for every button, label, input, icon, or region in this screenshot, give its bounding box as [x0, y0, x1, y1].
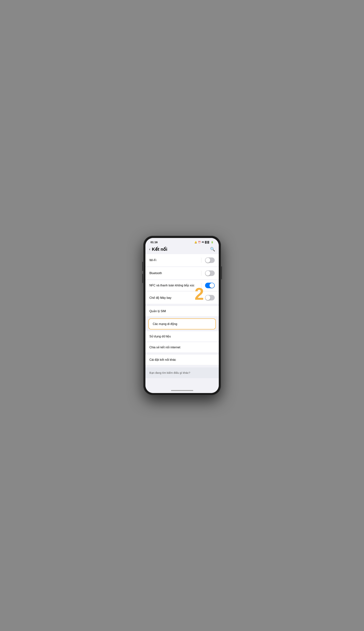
header-bar: ‹ Kết nối 🔍 [146, 245, 219, 254]
phone-screen: 01:16 🔔 ⏰ 4G ▌▌▌ 🔋 ‹ Kết nối 🔍 Wi-Fi [146, 238, 219, 393]
wifi-toggle-area [201, 258, 215, 263]
nfc-toggle-thumb [210, 283, 214, 288]
data-usage-label: Sử dụng dữ liệu [150, 335, 215, 338]
volume-up-button[interactable] [142, 262, 143, 271]
network-type-icon: 4G [202, 241, 204, 243]
bluetooth-label: Bluetooth [150, 272, 201, 275]
nfc-toggle-area [201, 283, 215, 288]
wifi-label: Wi-Fi [150, 259, 201, 262]
notification-icon: 🔔 [194, 241, 197, 244]
more-settings-label: Cài đặt kết nối khác [150, 358, 215, 361]
nfc-label: NFC và thanh toán không tiếp xúc [150, 283, 201, 288]
nfc-section: NFC và thanh toán không tiếp xúc [146, 280, 219, 291]
sim-label: Quản lý SIM [150, 309, 215, 313]
airplane-section: Chế độ Máy bay [146, 292, 219, 304]
bluetooth-item[interactable]: Bluetooth [146, 267, 219, 279]
status-icons: 🔔 ⏰ 4G ▌▌▌ 🔋 [194, 241, 214, 244]
hotspot-label: Chia sẻ kết nối internet [150, 346, 215, 349]
hotspot-item[interactable]: Chia sẻ kết nối internet [146, 342, 219, 352]
wifi-toggle-thumb [206, 258, 210, 263]
alarm-icon: ⏰ [198, 241, 201, 244]
airplane-toggle[interactable] [205, 295, 215, 300]
settings-list: Wi-Fi Bluetooth [146, 254, 219, 388]
more-settings-item[interactable]: Cài đặt kết nối khác [146, 355, 219, 365]
phone-frame: 01:16 🔔 ⏰ 4G ▌▌▌ 🔋 ‹ Kết nối 🔍 Wi-Fi [143, 236, 221, 395]
search-button[interactable]: 🔍 [210, 247, 215, 252]
bluetooth-toggle-area [201, 270, 215, 276]
bluetooth-section: Bluetooth [146, 267, 219, 279]
gap-3 [146, 365, 219, 367]
airplane-item[interactable]: Chế độ Máy bay [146, 292, 219, 304]
airplane-toggle-area [201, 295, 215, 300]
highlighted-wrapper: Các mạng di động [146, 317, 219, 331]
airplane-toggle-thumb [206, 295, 210, 300]
nfc-item[interactable]: NFC và thanh toán không tiếp xúc [146, 280, 219, 291]
mobile-networks-highlighted: Các mạng di động [148, 318, 216, 329]
status-bar: 01:16 🔔 ⏰ 4G ▌▌▌ 🔋 [146, 238, 219, 245]
more-settings-section: Cài đặt kết nối khác [146, 355, 219, 365]
volume-down-button[interactable] [142, 274, 143, 283]
bluetooth-toggle-thumb [206, 271, 210, 276]
data-usage-section: Sử dụng dữ liệu [146, 331, 219, 341]
battery-icon: 🔋 [211, 241, 214, 244]
sim-item[interactable]: Quản lý SIM [146, 306, 219, 316]
mobile-networks-label: Các mạng di động [153, 322, 211, 326]
power-button[interactable] [221, 266, 222, 279]
sim-section: Quản lý SIM [146, 306, 219, 316]
data-usage-item[interactable]: Sử dụng dữ liệu [146, 331, 219, 341]
gap-1 [146, 304, 219, 306]
header-left: ‹ Kết nối [149, 247, 168, 252]
wifi-item[interactable]: Wi-Fi [146, 254, 219, 266]
back-button[interactable]: ‹ [149, 247, 150, 252]
signal-icon: ▌▌▌ [205, 241, 210, 244]
bluetooth-toggle[interactable] [205, 270, 215, 276]
gap-2 [146, 353, 219, 355]
nfc-toggle[interactable] [205, 283, 215, 288]
mobile-networks-item[interactable]: Các mạng di động [149, 319, 216, 329]
home-indicator [146, 388, 219, 393]
wifi-toggle[interactable] [205, 258, 215, 263]
page-title: Kết nối [152, 247, 167, 252]
status-time: 01:16 [150, 241, 158, 244]
hotspot-section: Chia sẻ kết nối internet [146, 342, 219, 352]
home-bar[interactable] [171, 390, 193, 391]
footer-section[interactable]: Bạn đang tìm kiếm điều gì khác? [146, 367, 219, 378]
airplane-label: Chế độ Máy bay [150, 296, 201, 300]
footer-text: Bạn đang tìm kiếm điều gì khác? [150, 371, 190, 374]
wifi-section: Wi-Fi [146, 254, 219, 266]
